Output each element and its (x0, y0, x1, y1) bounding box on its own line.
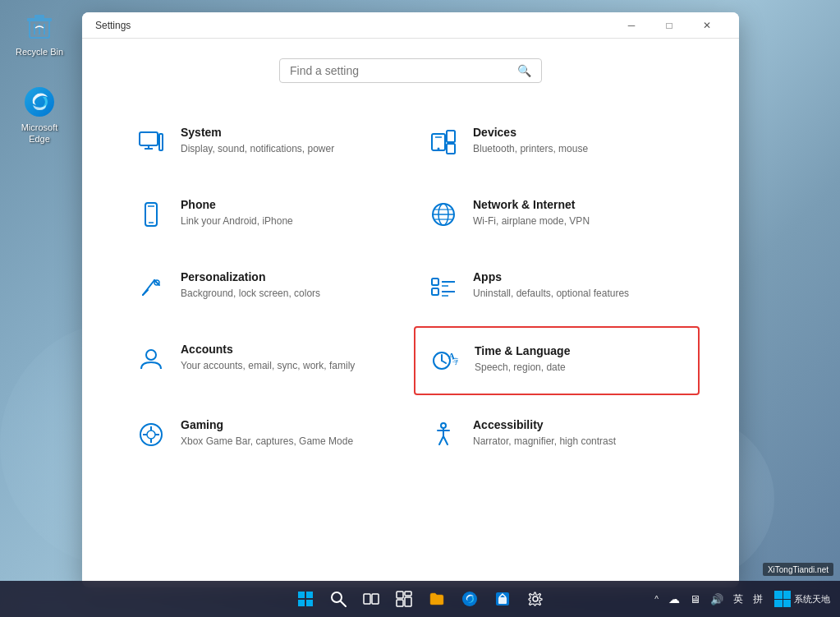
task-view-button[interactable] (356, 584, 386, 614)
desktop: Recycle Bin Microsoft Edge Setting (0, 0, 840, 617)
svg-point-63 (462, 592, 477, 606)
taskbar-center (291, 584, 550, 614)
settings-content: 🔍 System Displa (82, 39, 739, 587)
gaming-label: Gaming (181, 418, 353, 431)
system-text: System Display, sound, notifications, po… (181, 126, 334, 156)
svg-rect-13 (447, 144, 455, 154)
personalization-label: Personalization (181, 270, 320, 283)
tray-chevron[interactable]: ^ (651, 593, 662, 605)
settings-grid: System Display, sound, notifications, po… (122, 109, 700, 467)
apps-label: Apps (473, 270, 629, 283)
devices-icon (427, 126, 460, 159)
taskbar-edge-button[interactable] (455, 584, 484, 614)
window-title: Settings (95, 20, 131, 31)
gaming-text: Gaming Xbox Game Bar, captures, Game Mod… (181, 418, 353, 449)
tray-volume[interactable]: 🔊 (707, 592, 727, 607)
settings-item-system[interactable]: System Display, sound, notifications, po… (122, 109, 407, 175)
devices-desc: Bluetooth, printers, mouse (473, 142, 588, 156)
minimize-button[interactable]: ─ (613, 12, 650, 39)
svg-rect-12 (447, 131, 455, 142)
settings-item-gaming[interactable]: Gaming Xbox Game Bar, captures, Game Mod… (122, 402, 407, 467)
tray-cloud[interactable]: ☁ (665, 591, 683, 607)
personalization-desc: Background, lock screen, colors (181, 287, 320, 301)
gaming-icon (135, 418, 168, 451)
network-icon (427, 198, 460, 231)
svg-line-56 (341, 601, 346, 606)
phone-icon (135, 198, 168, 231)
settings-item-accounts[interactable]: Accounts Your accounts, email, sync, wor… (122, 326, 407, 395)
settings-item-network[interactable]: Network & Internet Wi-Fi, airplane mode,… (414, 182, 700, 247)
system-label: System (181, 126, 334, 139)
svg-point-66 (533, 596, 538, 601)
settings-item-devices[interactable]: Devices Bluetooth, printers, mouse (414, 109, 700, 175)
svg-text:字: 字 (452, 357, 458, 366)
settings-item-phone[interactable]: Phone Link your Android, iPhone (122, 182, 407, 247)
svg-rect-10 (159, 134, 163, 150)
taskbar-settings-button[interactable] (521, 584, 550, 614)
accounts-label: Accounts (181, 343, 355, 356)
search-icon: 🔍 (517, 64, 531, 77)
start-button[interactable] (291, 584, 320, 614)
svg-rect-61 (397, 600, 403, 606)
devices-label: Devices (473, 126, 588, 139)
svg-rect-7 (140, 132, 158, 145)
svg-rect-70 (783, 600, 791, 607)
svg-rect-59 (397, 592, 403, 598)
taskbar-search-button[interactable] (324, 584, 353, 614)
svg-rect-67 (774, 591, 783, 599)
close-button[interactable]: ✕ (688, 12, 726, 39)
svg-line-37 (442, 361, 446, 363)
accessibility-desc: Narrator, magnifier, high contrast (473, 435, 616, 449)
search-bar[interactable]: 🔍 (279, 58, 542, 83)
devices-text: Devices Bluetooth, printers, mouse (473, 126, 588, 156)
settings-item-personalization[interactable]: Personalization Background, lock screen,… (122, 254, 407, 320)
file-explorer-button[interactable] (422, 584, 452, 614)
accounts-icon (135, 343, 168, 375)
settings-item-apps[interactable]: Apps Uninstall, defaults, optional featu… (414, 254, 700, 320)
system-tray: ^ ☁ 🖥 🔊 英 拼 系统天地 (651, 587, 833, 610)
svg-rect-2 (34, 15, 44, 18)
edge-desktop-icon[interactable]: Microsoft Edge (7, 82, 72, 149)
edge-image (23, 85, 56, 118)
time-language-text: Time & Language Speech, region, date (475, 344, 570, 375)
maximize-button[interactable]: □ (650, 12, 688, 39)
svg-point-14 (438, 148, 440, 150)
tray-input[interactable]: 拼 (750, 591, 766, 608)
accounts-desc: Your accounts, email, sync, work, family (181, 359, 355, 373)
watermark: XiTongTiandi.net (763, 563, 833, 576)
apps-icon (427, 270, 460, 303)
tray-network[interactable]: 🖥 (686, 592, 704, 607)
svg-rect-1 (27, 18, 52, 21)
svg-rect-58 (372, 594, 379, 604)
tray-language[interactable]: 英 (730, 591, 746, 608)
accessibility-icon (427, 418, 460, 451)
svg-rect-57 (364, 594, 370, 604)
svg-rect-60 (405, 592, 411, 596)
tray-logo[interactable]: 系统天地 (769, 587, 833, 610)
svg-rect-52 (306, 592, 313, 598)
svg-rect-54 (306, 600, 313, 606)
apps-desc: Uninstall, defaults, optional features (473, 287, 629, 301)
recycle-bin-label: Recycle Bin (16, 46, 63, 58)
settings-item-accessibility[interactable]: Accessibility Narrator, magnifier, high … (414, 402, 700, 467)
personalization-text: Personalization Background, lock screen,… (181, 270, 320, 301)
settings-window: Settings ─ □ ✕ 🔍 (82, 12, 739, 587)
svg-line-49 (439, 436, 443, 444)
svg-point-55 (332, 592, 342, 602)
personalization-icon (135, 270, 168, 303)
apps-text: Apps Uninstall, defaults, optional featu… (473, 270, 629, 301)
phone-text: Phone Link your Android, iPhone (181, 198, 293, 228)
taskbar-store-button[interactable] (488, 584, 517, 614)
svg-line-50 (443, 436, 448, 444)
settings-item-time-language[interactable]: A 字 Time & Language Speech, region, date (414, 326, 700, 395)
phone-desc: Link your Android, iPhone (181, 214, 293, 228)
svg-point-41 (147, 431, 155, 439)
window-controls: ─ □ ✕ (613, 12, 726, 39)
svg-rect-69 (774, 600, 783, 607)
accounts-text: Accounts Your accounts, email, sync, wor… (181, 343, 355, 373)
recycle-bin-icon[interactable]: Recycle Bin (7, 7, 72, 61)
svg-rect-28 (432, 279, 438, 285)
widgets-button[interactable] (389, 584, 419, 614)
time-language-label: Time & Language (475, 344, 570, 357)
search-input[interactable] (290, 64, 517, 77)
